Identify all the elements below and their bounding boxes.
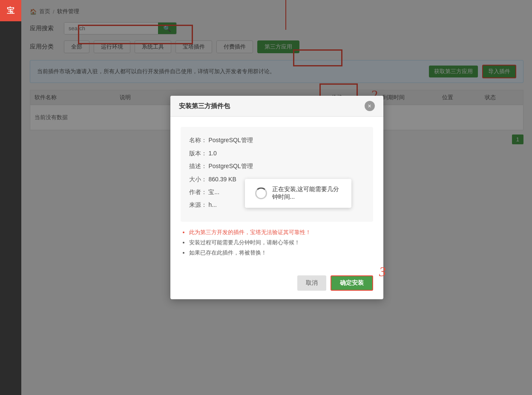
modal-header: 安装第三方插件包 ×: [170, 96, 383, 117]
modal-close-btn[interactable]: ×: [365, 101, 375, 111]
plugin-size: 860.39 KB: [208, 176, 236, 183]
installing-overlay: 正在安装,这可能需要几分钟时间...: [245, 179, 351, 208]
install-modal: 安装第三方插件包 × 名称： PostgreSQL管理 版本： 1.0 描述：: [170, 96, 383, 299]
spinner-icon: [255, 187, 267, 199]
modal-footer: 取消 确定安装: [170, 275, 383, 299]
warning-1: 此为第三方开发的插件，宝塔无法验证其可靠性！: [189, 229, 373, 236]
confirm-install-button[interactable]: 确定安装: [331, 275, 373, 291]
installing-text: 正在安装,这可能需要几分钟时间...: [272, 186, 341, 201]
plugin-author: 宝...: [208, 189, 219, 195]
modal-title: 安装第三方插件包: [179, 102, 230, 110]
warning-list: 此为第三方开发的插件，宝塔无法验证其可靠性！ 安装过程可能需要几分钟时间，请耐心…: [181, 229, 373, 257]
plugin-name: PostgreSQL管理: [208, 137, 253, 143]
info-name: 名称： PostgreSQL管理: [189, 135, 365, 145]
plugin-version: 1.0: [208, 150, 216, 157]
plugin-desc: PostgreSQL管理: [208, 163, 253, 169]
cancel-button[interactable]: 取消: [297, 275, 326, 291]
main-content: 2 🏠 首页 / 软件管理 应用搜索 🔍 应用分类 全部 运行环境 系统工具 宝…: [21, 0, 532, 395]
warning-3: 如果已存在此插件，将被替换！: [189, 249, 373, 257]
modal-overlay: 安装第三方插件包 × 名称： PostgreSQL管理 版本： 1.0 描述：: [21, 0, 532, 395]
sidebar: 宝: [0, 0, 21, 395]
info-version: 版本： 1.0: [189, 149, 365, 158]
modal-body: 名称： PostgreSQL管理 版本： 1.0 描述： PostgreSQL管…: [170, 117, 383, 275]
info-desc: 描述： PostgreSQL管理: [189, 161, 365, 171]
plugin-source: h...: [208, 201, 216, 208]
warning-2: 安装过程可能需要几分钟时间，请耐心等候！: [189, 239, 373, 246]
sidebar-logo: 宝: [0, 0, 21, 21]
logo-text: 宝: [7, 6, 14, 16]
